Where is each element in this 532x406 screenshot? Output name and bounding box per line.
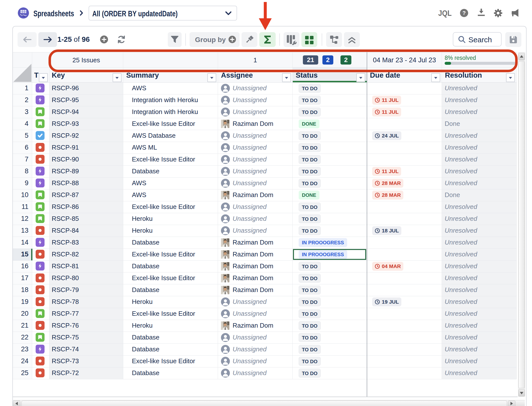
svg-text:?: ? <box>462 10 466 16</box>
